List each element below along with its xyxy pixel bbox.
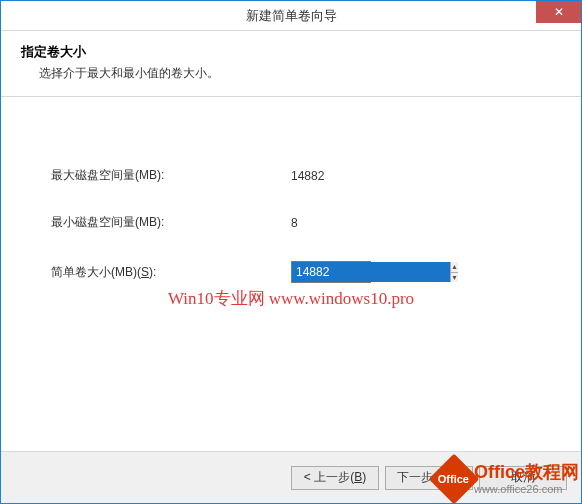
- page-title: 指定卷大小: [21, 43, 561, 61]
- min-space-row: 最小磁盘空间量(MB): 8: [51, 214, 541, 231]
- wizard-window: 新建简单卷向导 ✕ 指定卷大小 选择介于最大和最小值的卷大小。 最大磁盘空间量(…: [0, 0, 582, 504]
- max-space-value: 14882: [291, 169, 324, 183]
- titlebar: 新建简单卷向导 ✕: [1, 1, 581, 31]
- window-title: 新建简单卷向导: [246, 7, 337, 25]
- wizard-body: 最大磁盘空间量(MB): 14882 最小磁盘空间量(MB): 8 简单卷大小(…: [1, 97, 581, 427]
- spinner-down-button[interactable]: ▼: [451, 273, 458, 283]
- volume-size-spinner: ▲ ▼: [291, 261, 371, 283]
- chevron-up-icon: ▲: [451, 263, 458, 270]
- chevron-down-icon: ▼: [451, 274, 458, 281]
- page-subtitle: 选择介于最大和最小值的卷大小。: [39, 65, 561, 82]
- watermark-text: Win10专业网 www.windows10.pro: [1, 287, 581, 310]
- spinner-buttons: ▲ ▼: [450, 262, 458, 282]
- volume-size-control: ▲ ▼: [291, 261, 371, 283]
- overlay-badge: Office Office教程网 www.office26.com: [436, 461, 579, 497]
- spinner-up-button[interactable]: ▲: [451, 262, 458, 273]
- min-space-value: 8: [291, 216, 298, 230]
- wizard-header: 指定卷大小 选择介于最大和最小值的卷大小。: [1, 31, 581, 97]
- back-button[interactable]: < 上一步(B): [291, 466, 379, 490]
- close-icon: ✕: [554, 5, 564, 19]
- max-space-label: 最大磁盘空间量(MB):: [51, 167, 291, 184]
- overlay-line1: Office教程网: [474, 463, 579, 483]
- close-button[interactable]: ✕: [536, 1, 581, 23]
- overlay-text: Office教程网 www.office26.com: [474, 463, 579, 495]
- office-icon: Office: [429, 454, 480, 504]
- max-space-row: 最大磁盘空间量(MB): 14882: [51, 167, 541, 184]
- overlay-line2: www.office26.com: [474, 483, 579, 495]
- volume-size-label: 简单卷大小(MB)(S):: [51, 264, 291, 281]
- min-space-label: 最小磁盘空间量(MB):: [51, 214, 291, 231]
- volume-size-input[interactable]: [292, 262, 450, 282]
- volume-size-row: 简单卷大小(MB)(S): ▲ ▼: [51, 261, 541, 283]
